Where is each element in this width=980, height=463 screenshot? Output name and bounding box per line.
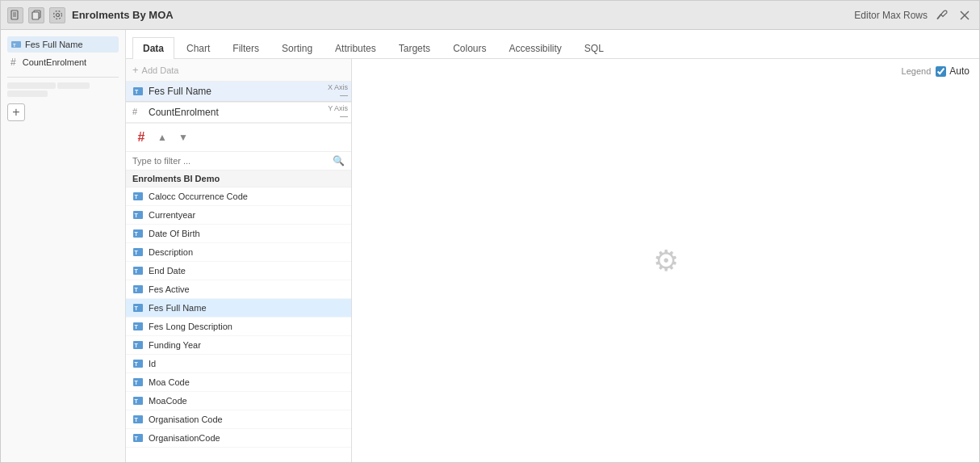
window-title: Enrolments By MOA xyxy=(72,9,848,21)
filter-row: 🔍 xyxy=(126,152,351,170)
copy-icon[interactable] xyxy=(28,7,44,23)
x-axis-section: T Fes Full Name X Axis — xyxy=(126,82,351,103)
editor-max-rows-label: Editor Max Rows xyxy=(854,10,928,21)
wrench-icon[interactable] xyxy=(934,7,950,23)
data-header: + Add Data xyxy=(126,59,351,82)
field-item[interactable]: TId xyxy=(126,355,351,373)
svg-point-6 xyxy=(56,14,59,17)
svg-text:T: T xyxy=(135,343,139,348)
filter-input[interactable] xyxy=(132,156,333,166)
field-item-name: Fes Long Description xyxy=(149,322,232,331)
auto-label: Auto xyxy=(949,65,970,77)
y-axis-section: # CountEnrolment Y Axis — xyxy=(126,103,351,124)
field-item[interactable]: TFes Long Description xyxy=(126,318,351,336)
field-item-name: Date Of Birth xyxy=(149,229,200,238)
right-panel: Data Chart Filters Sorting Attributes Ta… xyxy=(126,30,979,462)
tab-data[interactable]: Data xyxy=(132,37,174,59)
tab-content-wrapper: Legend Auto + Add Data xyxy=(126,59,979,462)
svg-rect-5 xyxy=(32,12,39,19)
y-axis-dash: — xyxy=(340,112,348,120)
plus-icon: + xyxy=(132,64,139,76)
svg-text:T: T xyxy=(135,380,139,385)
add-data-label: Add Data xyxy=(142,65,179,75)
legend-label: Legend xyxy=(902,66,932,76)
field-item[interactable]: TOrganisation Code xyxy=(126,410,351,429)
field-item[interactable]: TFunding Year xyxy=(126,336,351,355)
number-field-icon: # xyxy=(10,57,16,68)
tab-accessibility[interactable]: Accessibility xyxy=(498,37,572,59)
field-text-icon: T xyxy=(132,432,144,444)
tabs: Data Chart Filters Sorting Attributes Ta… xyxy=(126,30,979,59)
field-item-name: Description xyxy=(149,247,193,257)
close-icon[interactable] xyxy=(957,7,973,23)
field-item-name: OrganisationCode xyxy=(149,433,220,443)
svg-line-8 xyxy=(938,15,941,19)
auto-checkbox-input[interactable] xyxy=(936,66,946,77)
left-panel-item-fes-full-name[interactable]: T Fes Full Name xyxy=(7,36,119,53)
svg-text:T: T xyxy=(135,436,139,441)
tab-colours[interactable]: Colours xyxy=(442,37,496,59)
svg-text:T: T xyxy=(13,43,16,48)
field-item[interactable]: TDescription xyxy=(126,243,351,262)
text-field-icon: T xyxy=(10,39,22,50)
field-item[interactable]: TFes Active xyxy=(126,280,351,299)
app-window: Enrolments By MOA Editor Max Rows T Fes … xyxy=(0,0,980,463)
down-arrow-button[interactable]: ▼ xyxy=(174,128,192,146)
tab-filters[interactable]: Filters xyxy=(222,37,270,59)
x-axis-item-text: Fes Full Name xyxy=(149,86,345,97)
data-panel: + Add Data T Fes Full Name X Axis — xyxy=(126,59,352,462)
svg-text:T: T xyxy=(135,417,139,423)
svg-text:T: T xyxy=(135,194,139,200)
search-icon[interactable]: 🔍 xyxy=(333,155,345,166)
x-axis-item[interactable]: T Fes Full Name X Axis — xyxy=(126,82,351,102)
tab-sql[interactable]: SQL xyxy=(574,37,614,59)
hash-button[interactable]: # xyxy=(132,128,150,146)
field-item[interactable]: TFes Full Name xyxy=(126,299,351,318)
add-button[interactable]: + xyxy=(7,103,25,121)
svg-text:T: T xyxy=(135,268,139,274)
field-item[interactable]: TMoaCode xyxy=(126,392,351,410)
field-item[interactable]: TEnd Date xyxy=(126,262,351,280)
auto-checkbox[interactable]: Auto xyxy=(936,65,970,77)
field-item[interactable]: TCurrentyear xyxy=(126,206,351,225)
left-panel-divider xyxy=(7,77,119,78)
data-toolbar: # ▲ ▼ xyxy=(126,124,351,152)
left-panel: T Fes Full Name # CountEnrolment + xyxy=(1,30,126,462)
left-panel-item-count-enrolment[interactable]: # CountEnrolment xyxy=(7,54,119,70)
field-item[interactable]: TCalocc Occurrence Code xyxy=(126,187,351,206)
field-item[interactable]: TOrganisationCode xyxy=(126,429,351,448)
field-text-icon: T xyxy=(132,209,144,221)
up-arrow-button[interactable]: ▲ xyxy=(153,128,171,146)
svg-text:T: T xyxy=(135,305,139,311)
loading-gear-icon: ⚙ xyxy=(653,244,679,278)
left-panel-item-text-1: Fes Full Name xyxy=(25,40,83,49)
hash-icon: # xyxy=(138,130,145,145)
tab-sorting[interactable]: Sorting xyxy=(271,37,323,59)
field-item[interactable]: TDate Of Birth xyxy=(126,225,351,243)
field-item-name: Funding Year xyxy=(149,340,201,350)
svg-point-7 xyxy=(53,11,61,19)
field-item-name: Moa Code xyxy=(149,377,190,387)
file-icon[interactable] xyxy=(7,7,23,23)
y-axis-hash-icon: # xyxy=(132,107,144,118)
field-list: Enrolments BI Demo TCalocc Occurrence Co… xyxy=(126,170,351,462)
field-text-icon: T xyxy=(132,414,144,425)
field-text-icon: T xyxy=(132,321,144,332)
field-text-icon: T xyxy=(132,358,144,369)
tab-attributes[interactable]: Attributes xyxy=(325,37,387,59)
svg-text:T: T xyxy=(135,250,139,255)
svg-text:T: T xyxy=(135,324,139,330)
field-item[interactable]: TMoa Code xyxy=(126,373,351,392)
field-text-icon: T xyxy=(132,228,144,239)
y-axis-item-text: CountEnrolment xyxy=(149,107,345,118)
field-text-icon: T xyxy=(132,395,144,406)
field-item-name: Currentyear xyxy=(149,210,195,220)
field-item-name: Calocc Occurrence Code xyxy=(149,192,248,201)
gear-icon[interactable] xyxy=(49,7,65,23)
field-group-header: Enrolments BI Demo xyxy=(126,170,351,187)
y-axis-item[interactable]: # CountEnrolment Y Axis — xyxy=(126,103,351,123)
tab-targets[interactable]: Targets xyxy=(388,37,441,59)
add-data-button[interactable]: + Add Data xyxy=(132,64,178,76)
svg-text:T: T xyxy=(135,231,139,237)
tab-chart[interactable]: Chart xyxy=(176,37,220,59)
